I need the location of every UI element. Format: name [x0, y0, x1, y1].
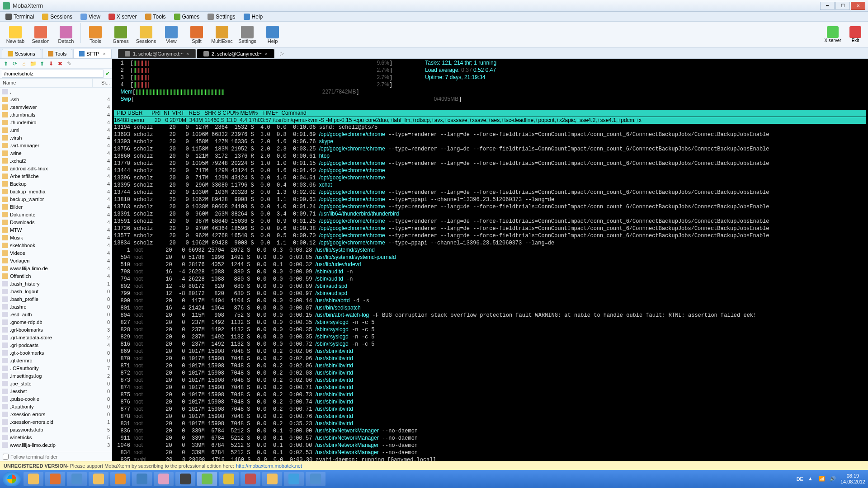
- file-row[interactable]: Backup4: [0, 180, 112, 188]
- session-tab[interactable]: 1. scholz@Ganymed:~×: [118, 49, 196, 58]
- sftp-edit-icon[interactable]: ✎: [65, 60, 73, 68]
- taskbar-app[interactable]: [197, 472, 217, 486]
- file-row[interactable]: Dokumente4: [0, 211, 112, 218]
- sftp-refresh-icon[interactable]: ⟳: [11, 60, 19, 68]
- toolbar-exit-button[interactable]: Exit: [845, 26, 865, 43]
- file-row[interactable]: .xsession-errors0: [0, 410, 112, 418]
- file-row[interactable]: .grl-bookmarks3: [0, 326, 112, 333]
- toolbar-split-button[interactable]: Split: [184, 23, 209, 47]
- file-row[interactable]: .bash_profile0: [0, 295, 112, 303]
- toolbar-new-tab-button[interactable]: New tab: [3, 23, 28, 47]
- file-row[interactable]: .virt-manager4: [0, 141, 112, 149]
- tray-volume-icon[interactable]: 🔊: [830, 476, 836, 482]
- file-row[interactable]: www.lilija-limo.de4: [0, 264, 112, 272]
- minimize-button[interactable]: ━: [820, 2, 835, 10]
- taskbar-app[interactable]: [45, 472, 65, 486]
- taskbar-app[interactable]: [132, 472, 152, 486]
- sftp-path-input[interactable]: [2, 70, 104, 78]
- file-row[interactable]: winetricks5: [0, 433, 112, 441]
- file-row[interactable]: .imsettings.log2: [0, 372, 112, 380]
- file-row[interactable]: .Xauthority0: [0, 403, 112, 410]
- side-tab-tools[interactable]: Tools: [42, 49, 73, 58]
- file-row[interactable]: .bash_history1: [0, 280, 112, 287]
- file-row[interactable]: sketchbook4: [0, 241, 112, 249]
- file-row[interactable]: Downloads4: [0, 218, 112, 226]
- file-row[interactable]: Öffentlich4: [0, 272, 112, 280]
- file-row[interactable]: android-sdk-linux4: [0, 164, 112, 172]
- sftp-delete-icon[interactable]: ✖: [56, 60, 64, 68]
- tray-flag-icon[interactable]: ▲: [808, 476, 814, 482]
- taskbar-app[interactable]: [219, 472, 239, 486]
- tray-network-icon[interactable]: 📶: [819, 476, 825, 482]
- file-row[interactable]: .esd_auth0: [0, 310, 112, 318]
- toolbar-detach-button[interactable]: Detach: [53, 23, 79, 47]
- file-row[interactable]: .pulse-cookie0: [0, 395, 112, 403]
- maximize-button[interactable]: ☐: [835, 2, 850, 10]
- file-row[interactable]: .bashrc0: [0, 303, 112, 310]
- side-tab-sessions[interactable]: Sessions: [2, 49, 41, 58]
- file-row[interactable]: .virsh4: [0, 134, 112, 141]
- file-row[interactable]: .thumbnails4: [0, 111, 112, 118]
- file-row[interactable]: Musik4: [0, 234, 112, 241]
- taskbar-app[interactable]: [262, 472, 282, 486]
- menu-games[interactable]: Games: [170, 13, 203, 21]
- start-button[interactable]: [3, 472, 21, 486]
- menu-tools[interactable]: Tools: [142, 13, 170, 21]
- taskbar-app[interactable]: [175, 472, 195, 486]
- file-row[interactable]: .joe_state0: [0, 380, 112, 387]
- tray-clock[interactable]: 08:19 14.08.2012: [840, 473, 865, 485]
- menu-terminal[interactable]: Terminal: [2, 13, 38, 21]
- sftp-up-icon[interactable]: ⬆: [2, 60, 10, 68]
- file-row[interactable]: .ssh4: [0, 95, 112, 103]
- file-row[interactable]: .teamviewer4: [0, 103, 112, 111]
- taskbar-app[interactable]: [24, 472, 43, 486]
- taskbar-app[interactable]: [110, 472, 130, 486]
- taskbar-app[interactable]: [284, 472, 304, 486]
- session-tab[interactable]: 2. scholz@Ganymed:~×: [197, 49, 274, 58]
- file-row[interactable]: .grl-podcasts4: [0, 341, 112, 349]
- tray-lang[interactable]: DE: [797, 476, 803, 482]
- taskbar-app[interactable]: [154, 472, 174, 486]
- menu-help[interactable]: Help: [240, 13, 267, 21]
- file-row[interactable]: Bilder4: [0, 203, 112, 211]
- close-tab-icon[interactable]: ×: [265, 51, 268, 56]
- file-row[interactable]: Videos4: [0, 249, 112, 257]
- sftp-home-icon[interactable]: ⌂: [20, 60, 28, 68]
- file-row[interactable]: .lesshst0: [0, 387, 112, 395]
- file-row[interactable]: Arbeitsfläche4: [0, 172, 112, 180]
- follow-folder-checkbox[interactable]: [3, 454, 9, 460]
- file-row[interactable]: .gtktermrc0: [0, 357, 112, 364]
- menu-x-server[interactable]: X server: [105, 13, 141, 21]
- file-row[interactable]: ..: [0, 88, 112, 95]
- file-row[interactable]: backup_mentha4: [0, 188, 112, 195]
- status-link[interactable]: http://mobaxterm.mobatek.net: [236, 463, 302, 469]
- taskbar-app[interactable]: [241, 472, 260, 486]
- toolbar-x-server-button[interactable]: X server: [823, 26, 843, 43]
- toolbar-view-button[interactable]: View: [159, 23, 184, 47]
- sftp-newfolder-icon[interactable]: 📁: [29, 60, 37, 68]
- file-row[interactable]: .thunderbird4: [0, 118, 112, 126]
- sftp-col-name[interactable]: Name: [0, 79, 93, 87]
- toolbar-tools-button[interactable]: Tools: [83, 23, 108, 47]
- file-row[interactable]: .bash_logout0: [0, 287, 112, 295]
- file-row[interactable]: .wine4: [0, 149, 112, 157]
- close-button[interactable]: ✕: [851, 2, 865, 10]
- menu-settings[interactable]: Settings: [204, 13, 239, 21]
- sftp-upload-icon[interactable]: ⬆: [38, 60, 46, 68]
- file-row[interactable]: .ICEauthority7: [0, 364, 112, 372]
- toolbar-multiexec-button[interactable]: MultiExec: [209, 23, 235, 47]
- file-row[interactable]: MTW4: [0, 226, 112, 234]
- toolbar-sessions-button[interactable]: Sessions: [133, 23, 159, 47]
- file-row[interactable]: .uml4: [0, 126, 112, 134]
- sftp-file-list[interactable]: ...ssh4.teamviewer4.thumbnails4.thunderb…: [0, 88, 112, 452]
- terminal-output[interactable]: 1 [||||||||||| 9.6%] Tasks: 121, 214 thr…: [112, 59, 868, 461]
- toolbar-session-button[interactable]: Session: [28, 23, 53, 47]
- toolbar-settings-button[interactable]: Settings: [235, 23, 260, 47]
- taskbar-app[interactable]: [89, 472, 108, 486]
- toolbar-games-button[interactable]: Games: [108, 23, 133, 47]
- file-row[interactable]: backup_warrior4: [0, 195, 112, 203]
- toolbar-help-button[interactable]: Help: [260, 23, 285, 47]
- file-row[interactable]: .xchat24: [0, 157, 112, 164]
- sftp-download-icon[interactable]: ⬇: [47, 60, 55, 68]
- file-row[interactable]: Vorlagen4: [0, 257, 112, 264]
